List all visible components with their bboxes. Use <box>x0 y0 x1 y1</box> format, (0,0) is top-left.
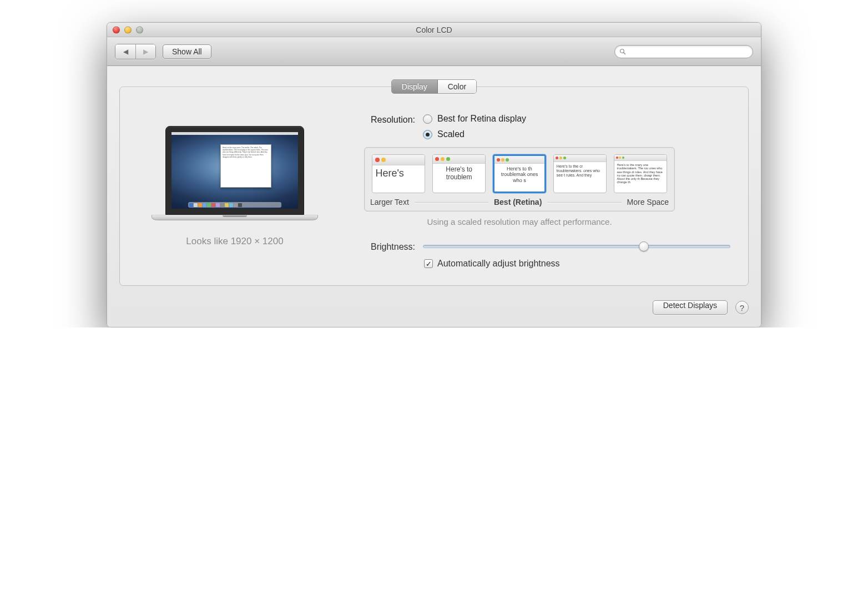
chevron-right-icon: ▶ <box>143 48 148 56</box>
show-all-label: Show All <box>172 47 202 56</box>
radio-scaled-label: Scaled <box>437 129 465 139</box>
laptop-preview: Here's to the crazy ones. The misfits. T… <box>152 126 318 220</box>
radio-dot-icon <box>423 114 432 124</box>
search-icon <box>619 48 626 55</box>
scale-sample-5: Here's to the crazy one troublemakers. T… <box>614 161 667 186</box>
settings-column: Resolution: Best for Retina display Scal… <box>354 109 730 269</box>
tab-color[interactable]: Color <box>438 80 476 93</box>
scale-label-center: Best (Retina) <box>494 198 542 206</box>
preview-menubar <box>171 132 298 135</box>
preview-window: Here's to the crazy ones. The misfits. T… <box>220 144 271 188</box>
zoom-icon[interactable] <box>136 26 143 33</box>
search-input[interactable] <box>614 45 753 58</box>
close-icon[interactable] <box>113 26 120 33</box>
scale-option-4[interactable]: Here's to the cr troublemakers. ones who… <box>551 154 608 193</box>
display-panel: Here's to the crazy ones. The misfits. T… <box>119 87 749 286</box>
content: Display Color Here's to the <box>107 66 761 327</box>
resolution-radio-group: Best for Retina display Scaled <box>423 114 526 139</box>
radio-best-label: Best for Retina display <box>437 114 526 124</box>
scale-sample-4: Here's to the cr troublemakers. ones who… <box>554 162 606 180</box>
auto-brightness-row[interactable]: ✓ Automatically adjust brightness <box>424 259 730 269</box>
scale-label-right: More Space <box>627 198 669 206</box>
auto-brightness-label: Automatically adjust brightness <box>437 259 560 269</box>
tab-display-label: Display <box>402 82 427 91</box>
tab-display[interactable]: Display <box>392 80 438 93</box>
scale-sample-2: Here's to troublem <box>433 164 485 184</box>
minimize-icon[interactable] <box>124 26 132 33</box>
preview-caption: Looks like 1920 × 1200 <box>186 236 283 247</box>
brightness-row: Brightness: <box>354 241 730 252</box>
performance-note: Using a scaled resolution may affect per… <box>364 217 675 226</box>
preferences-window: Color LCD ◀ ▶ Show All Display <box>107 22 761 327</box>
slider-knob-icon[interactable] <box>639 241 649 251</box>
traffic-lights <box>113 26 143 33</box>
laptop-bezel: Here's to the crazy ones. The misfits. T… <box>165 126 304 215</box>
scale-sample-3: Here's to th troublemak ones who s <box>494 164 544 185</box>
scale-axis: Larger Text Best (Retina) More Space <box>370 198 669 206</box>
resolution-thumbnails: Here's Here's to troublem <box>370 154 669 193</box>
scale-sample-1: Here's <box>372 165 425 182</box>
help-button[interactable]: ? <box>735 301 749 314</box>
tab-bar: Display Color <box>119 79 749 94</box>
resolution-row: Resolution: Best for Retina display Scal… <box>354 114 730 139</box>
resolution-label: Resolution: <box>354 114 415 125</box>
back-button[interactable]: ◀ <box>115 44 135 59</box>
forward-button[interactable]: ▶ <box>135 44 155 59</box>
scale-option-5[interactable]: Here's to the crazy one troublemakers. T… <box>612 154 669 193</box>
window-title: Color LCD <box>416 26 452 34</box>
scale-option-1[interactable]: Here's <box>370 154 427 193</box>
radio-best-for-retina[interactable]: Best for Retina display <box>423 114 526 124</box>
question-mark-icon: ? <box>740 303 744 312</box>
scaled-options: Here's Here's to troublem <box>364 147 675 211</box>
preview-column: Here's to the crazy ones. The misfits. T… <box>138 109 332 269</box>
checkbox-checked-icon: ✓ <box>424 259 433 268</box>
footer: Detect Displays ? <box>119 300 749 315</box>
svg-line-1 <box>624 52 625 54</box>
scale-label-left: Larger Text <box>370 198 409 206</box>
radio-scaled[interactable]: Scaled <box>423 129 526 139</box>
scale-option-3[interactable]: Here's to th troublemak ones who s <box>491 154 548 193</box>
show-all-button[interactable]: Show All <box>163 44 211 59</box>
tab-color-label: Color <box>448 82 466 91</box>
chevron-left-icon: ◀ <box>123 48 128 56</box>
laptop-base <box>152 215 318 220</box>
scale-option-2[interactable]: Here's to troublem <box>431 154 488 193</box>
nav-buttons: ◀ ▶ <box>115 44 156 59</box>
detect-displays-button[interactable]: Detect Displays <box>653 300 728 315</box>
brightness-label: Brightness: <box>354 241 415 252</box>
radio-dot-checked-icon <box>423 130 432 139</box>
laptop-screen: Here's to the crazy ones. The misfits. T… <box>171 132 298 209</box>
toolbar: ◀ ▶ Show All <box>107 37 761 66</box>
brightness-slider[interactable] <box>423 245 730 248</box>
titlebar: Color LCD <box>107 23 761 37</box>
preview-dock <box>188 202 281 208</box>
detect-displays-label: Detect Displays <box>663 301 717 310</box>
